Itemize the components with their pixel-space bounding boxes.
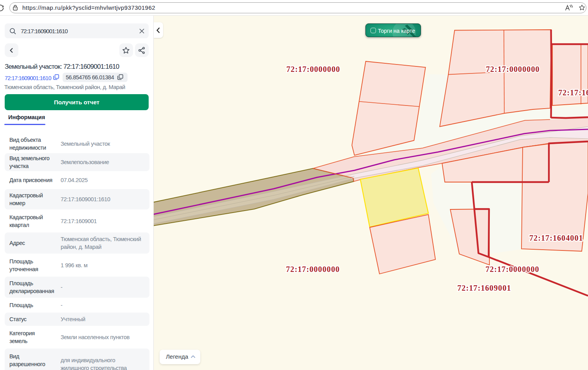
svg-text:72:17:1609001: 72:17:1609001: [457, 284, 511, 292]
svg-text:72:17:0000000: 72:17:0000000: [486, 65, 540, 73]
svg-text:72:17:0000000: 72:17:0000000: [486, 265, 539, 273]
svg-text:72:17:0000000: 72:17:0000000: [286, 265, 340, 273]
svg-text:72:17:0000000: 72:17:0000000: [286, 65, 340, 73]
svg-text:72:17:1604001: 72:17:1604001: [558, 88, 588, 97]
svg-text:72:17:1604001: 72:17:1604001: [529, 234, 583, 242]
